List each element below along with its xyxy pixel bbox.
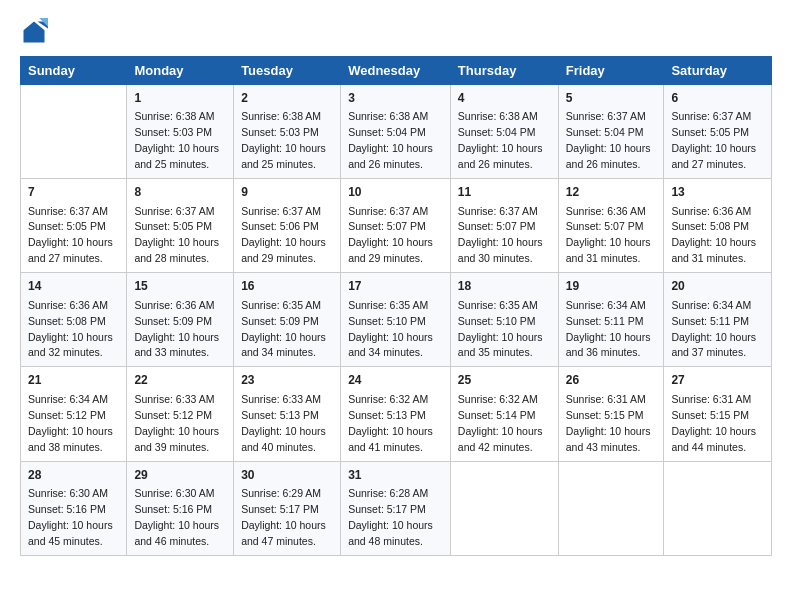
day-info: Sunrise: 6:30 AM Sunset: 5:16 PM Dayligh… (28, 487, 113, 547)
calendar-table: SundayMondayTuesdayWednesdayThursdayFrid… (20, 56, 772, 556)
calendar-week-row: 1Sunrise: 6:38 AM Sunset: 5:03 PM Daylig… (21, 85, 772, 179)
day-info: Sunrise: 6:37 AM Sunset: 5:07 PM Dayligh… (348, 205, 433, 265)
calendar-cell: 18Sunrise: 6:35 AM Sunset: 5:10 PM Dayli… (450, 273, 558, 367)
calendar-cell: 1Sunrise: 6:38 AM Sunset: 5:03 PM Daylig… (127, 85, 234, 179)
day-number: 20 (671, 278, 764, 295)
day-info: Sunrise: 6:35 AM Sunset: 5:10 PM Dayligh… (348, 299, 433, 359)
day-number: 3 (348, 90, 443, 107)
day-number: 19 (566, 278, 657, 295)
day-number: 16 (241, 278, 333, 295)
calendar-cell (450, 461, 558, 555)
header-cell-thursday: Thursday (450, 57, 558, 85)
day-number: 25 (458, 372, 551, 389)
calendar-cell: 23Sunrise: 6:33 AM Sunset: 5:13 PM Dayli… (234, 367, 341, 461)
calendar-cell: 25Sunrise: 6:32 AM Sunset: 5:14 PM Dayli… (450, 367, 558, 461)
day-info: Sunrise: 6:37 AM Sunset: 5:05 PM Dayligh… (134, 205, 219, 265)
calendar-cell: 2Sunrise: 6:38 AM Sunset: 5:03 PM Daylig… (234, 85, 341, 179)
logo-icon (20, 18, 48, 46)
day-number: 22 (134, 372, 226, 389)
calendar-cell: 15Sunrise: 6:36 AM Sunset: 5:09 PM Dayli… (127, 273, 234, 367)
day-info: Sunrise: 6:28 AM Sunset: 5:17 PM Dayligh… (348, 487, 433, 547)
day-number: 21 (28, 372, 119, 389)
day-number: 4 (458, 90, 551, 107)
calendar-cell: 3Sunrise: 6:38 AM Sunset: 5:04 PM Daylig… (341, 85, 451, 179)
header-cell-monday: Monday (127, 57, 234, 85)
day-info: Sunrise: 6:36 AM Sunset: 5:08 PM Dayligh… (28, 299, 113, 359)
calendar-cell (21, 85, 127, 179)
day-number: 1 (134, 90, 226, 107)
header-cell-wednesday: Wednesday (341, 57, 451, 85)
day-number: 7 (28, 184, 119, 201)
header-cell-tuesday: Tuesday (234, 57, 341, 85)
day-info: Sunrise: 6:37 AM Sunset: 5:04 PM Dayligh… (566, 110, 651, 170)
day-number: 29 (134, 467, 226, 484)
day-number: 11 (458, 184, 551, 201)
calendar-cell: 31Sunrise: 6:28 AM Sunset: 5:17 PM Dayli… (341, 461, 451, 555)
day-number: 23 (241, 372, 333, 389)
day-number: 10 (348, 184, 443, 201)
calendar-cell: 22Sunrise: 6:33 AM Sunset: 5:12 PM Dayli… (127, 367, 234, 461)
day-number: 31 (348, 467, 443, 484)
calendar-cell: 5Sunrise: 6:37 AM Sunset: 5:04 PM Daylig… (558, 85, 664, 179)
day-number: 18 (458, 278, 551, 295)
day-number: 2 (241, 90, 333, 107)
calendar-cell: 21Sunrise: 6:34 AM Sunset: 5:12 PM Dayli… (21, 367, 127, 461)
calendar-cell: 8Sunrise: 6:37 AM Sunset: 5:05 PM Daylig… (127, 179, 234, 273)
day-number: 6 (671, 90, 764, 107)
calendar-week-row: 21Sunrise: 6:34 AM Sunset: 5:12 PM Dayli… (21, 367, 772, 461)
day-number: 12 (566, 184, 657, 201)
day-info: Sunrise: 6:33 AM Sunset: 5:12 PM Dayligh… (134, 393, 219, 453)
calendar-cell: 26Sunrise: 6:31 AM Sunset: 5:15 PM Dayli… (558, 367, 664, 461)
day-number: 15 (134, 278, 226, 295)
calendar-week-row: 28Sunrise: 6:30 AM Sunset: 5:16 PM Dayli… (21, 461, 772, 555)
day-number: 26 (566, 372, 657, 389)
page-container: SundayMondayTuesdayWednesdayThursdayFrid… (0, 0, 792, 574)
calendar-cell: 11Sunrise: 6:37 AM Sunset: 5:07 PM Dayli… (450, 179, 558, 273)
calendar-cell: 24Sunrise: 6:32 AM Sunset: 5:13 PM Dayli… (341, 367, 451, 461)
day-info: Sunrise: 6:31 AM Sunset: 5:15 PM Dayligh… (566, 393, 651, 453)
calendar-week-row: 14Sunrise: 6:36 AM Sunset: 5:08 PM Dayli… (21, 273, 772, 367)
header-cell-friday: Friday (558, 57, 664, 85)
header-cell-sunday: Sunday (21, 57, 127, 85)
day-info: Sunrise: 6:34 AM Sunset: 5:12 PM Dayligh… (28, 393, 113, 453)
day-info: Sunrise: 6:38 AM Sunset: 5:03 PM Dayligh… (134, 110, 219, 170)
calendar-cell: 29Sunrise: 6:30 AM Sunset: 5:16 PM Dayli… (127, 461, 234, 555)
logo (20, 18, 52, 46)
calendar-cell: 7Sunrise: 6:37 AM Sunset: 5:05 PM Daylig… (21, 179, 127, 273)
day-info: Sunrise: 6:35 AM Sunset: 5:09 PM Dayligh… (241, 299, 326, 359)
calendar-cell: 30Sunrise: 6:29 AM Sunset: 5:17 PM Dayli… (234, 461, 341, 555)
day-number: 5 (566, 90, 657, 107)
calendar-cell: 9Sunrise: 6:37 AM Sunset: 5:06 PM Daylig… (234, 179, 341, 273)
day-info: Sunrise: 6:31 AM Sunset: 5:15 PM Dayligh… (671, 393, 756, 453)
day-number: 27 (671, 372, 764, 389)
day-info: Sunrise: 6:36 AM Sunset: 5:09 PM Dayligh… (134, 299, 219, 359)
calendar-cell: 12Sunrise: 6:36 AM Sunset: 5:07 PM Dayli… (558, 179, 664, 273)
day-info: Sunrise: 6:32 AM Sunset: 5:14 PM Dayligh… (458, 393, 543, 453)
header (20, 18, 772, 46)
calendar-cell: 20Sunrise: 6:34 AM Sunset: 5:11 PM Dayli… (664, 273, 772, 367)
calendar-cell: 27Sunrise: 6:31 AM Sunset: 5:15 PM Dayli… (664, 367, 772, 461)
calendar-cell: 4Sunrise: 6:38 AM Sunset: 5:04 PM Daylig… (450, 85, 558, 179)
day-number: 24 (348, 372, 443, 389)
day-info: Sunrise: 6:36 AM Sunset: 5:08 PM Dayligh… (671, 205, 756, 265)
day-info: Sunrise: 6:38 AM Sunset: 5:04 PM Dayligh… (458, 110, 543, 170)
day-info: Sunrise: 6:37 AM Sunset: 5:06 PM Dayligh… (241, 205, 326, 265)
day-info: Sunrise: 6:37 AM Sunset: 5:05 PM Dayligh… (671, 110, 756, 170)
calendar-cell: 13Sunrise: 6:36 AM Sunset: 5:08 PM Dayli… (664, 179, 772, 273)
day-info: Sunrise: 6:38 AM Sunset: 5:04 PM Dayligh… (348, 110, 433, 170)
day-info: Sunrise: 6:35 AM Sunset: 5:10 PM Dayligh… (458, 299, 543, 359)
day-number: 9 (241, 184, 333, 201)
day-number: 17 (348, 278, 443, 295)
calendar-cell: 6Sunrise: 6:37 AM Sunset: 5:05 PM Daylig… (664, 85, 772, 179)
calendar-header-row: SundayMondayTuesdayWednesdayThursdayFrid… (21, 57, 772, 85)
day-info: Sunrise: 6:34 AM Sunset: 5:11 PM Dayligh… (566, 299, 651, 359)
calendar-cell: 19Sunrise: 6:34 AM Sunset: 5:11 PM Dayli… (558, 273, 664, 367)
calendar-cell: 28Sunrise: 6:30 AM Sunset: 5:16 PM Dayli… (21, 461, 127, 555)
calendar-week-row: 7Sunrise: 6:37 AM Sunset: 5:05 PM Daylig… (21, 179, 772, 273)
day-number: 28 (28, 467, 119, 484)
day-info: Sunrise: 6:34 AM Sunset: 5:11 PM Dayligh… (671, 299, 756, 359)
header-cell-saturday: Saturday (664, 57, 772, 85)
calendar-cell (664, 461, 772, 555)
day-info: Sunrise: 6:32 AM Sunset: 5:13 PM Dayligh… (348, 393, 433, 453)
day-info: Sunrise: 6:36 AM Sunset: 5:07 PM Dayligh… (566, 205, 651, 265)
